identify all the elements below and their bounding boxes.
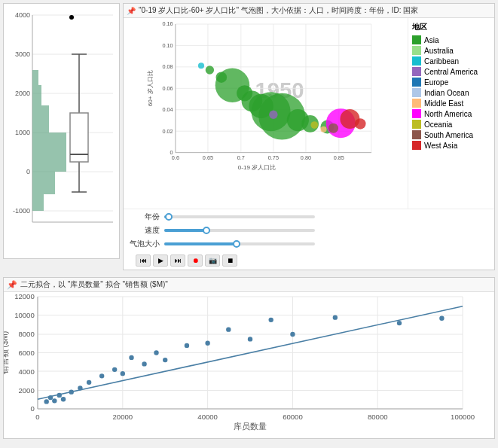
legend-color-swatch xyxy=(412,141,421,150)
svg-point-131 xyxy=(439,316,444,321)
box-plot-panel: 4000 3000 2000 1000 0 -1000 xyxy=(3,3,120,259)
svg-text:0.65: 0.65 xyxy=(203,154,213,161)
legend-item-label: Caribbean xyxy=(424,57,459,66)
svg-text:0.7: 0.7 xyxy=(237,154,245,161)
legend-item-label: Australia xyxy=(424,47,454,55)
svg-text:0.75: 0.75 xyxy=(268,154,279,161)
legend-color-swatch xyxy=(412,56,421,66)
main-container: 4000 3000 2000 1000 0 -1000 xyxy=(0,0,498,448)
svg-text:20000: 20000 xyxy=(113,413,133,421)
legend-item: Asia xyxy=(412,35,490,44)
stop-button[interactable]: ⏹ xyxy=(222,254,237,267)
svg-rect-16 xyxy=(32,85,41,105)
svg-point-74 xyxy=(310,121,318,129)
size-label: 气泡大小 xyxy=(130,239,160,249)
legend-item-label: Europe xyxy=(424,78,448,87)
svg-text:12000: 12000 xyxy=(14,292,35,300)
legend-color-swatch xyxy=(412,46,421,55)
legend-color-swatch xyxy=(412,130,421,139)
svg-point-130 xyxy=(397,321,402,325)
svg-point-108 xyxy=(44,399,49,404)
svg-text:0: 0 xyxy=(26,168,30,175)
legend-item: Central America xyxy=(412,67,490,76)
svg-point-114 xyxy=(78,386,82,390)
size-control-row: 气泡大小 xyxy=(130,238,488,250)
svg-point-128 xyxy=(290,332,295,337)
svg-point-123 xyxy=(185,343,189,348)
play-button[interactable]: ▶ xyxy=(153,254,168,267)
speed-label: 速度 xyxy=(130,225,160,236)
svg-text:6000: 6000 xyxy=(18,349,34,357)
svg-text:0.10: 0.10 xyxy=(162,42,173,49)
legend-color-swatch xyxy=(412,78,421,87)
legend-item-label: Middle East xyxy=(424,99,463,108)
svg-text:0.16: 0.16 xyxy=(162,20,173,27)
svg-text:0.04: 0.04 xyxy=(162,106,173,113)
legend-color-swatch xyxy=(412,99,421,108)
svg-point-73 xyxy=(269,111,277,119)
svg-text:60+ 岁人口比: 60+ 岁人口比 xyxy=(147,70,154,106)
forward-button[interactable]: ⏭ xyxy=(170,254,185,267)
legend-area: 地区 AsiaAustraliaCaribbeanCentral America… xyxy=(408,18,494,209)
svg-text:80000: 80000 xyxy=(368,413,388,421)
svg-point-122 xyxy=(163,358,167,362)
svg-point-125 xyxy=(226,327,231,331)
year-slider-thumb[interactable] xyxy=(165,213,173,221)
year-label: 年份 xyxy=(130,212,160,222)
size-slider-track[interactable] xyxy=(164,242,315,245)
svg-point-20 xyxy=(69,15,74,20)
legend-item: West Asia xyxy=(412,141,490,150)
year-slider-track[interactable] xyxy=(164,215,315,218)
bottom-pin-icon: 📌 xyxy=(7,280,17,290)
rewind-button[interactable]: ⏮ xyxy=(136,254,151,267)
bottom-title-bar: 📌 二元拟合，以 "库员数量" 拟合 "销售额 ($M)" xyxy=(4,278,494,292)
svg-text:40000: 40000 xyxy=(197,413,218,421)
svg-rect-17 xyxy=(32,70,38,85)
size-slider-thumb[interactable] xyxy=(233,240,240,248)
svg-text:4000: 4000 xyxy=(18,367,34,376)
svg-text:0: 0 xyxy=(35,413,39,421)
svg-text:0.6: 0.6 xyxy=(172,154,179,161)
legend-item: Oceania xyxy=(412,120,490,129)
bubble-chart-panel: 📌 "0-19 岁人口比-60+ 岁人口比" 气泡图，大小依据：人口，时间跨度：… xyxy=(123,3,495,270)
svg-text:4000: 4000 xyxy=(15,11,30,19)
legend-item-label: Oceania xyxy=(424,120,452,129)
speed-slider-track[interactable] xyxy=(164,229,315,232)
record-button[interactable]: ⏺ xyxy=(188,254,203,267)
svg-point-110 xyxy=(52,398,57,403)
svg-rect-19 xyxy=(32,194,44,211)
svg-rect-14 xyxy=(32,133,66,172)
svg-point-116 xyxy=(99,373,104,378)
legend-item: North America xyxy=(412,109,490,118)
legend-item-label: South America xyxy=(424,131,473,139)
svg-rect-18 xyxy=(32,172,55,194)
svg-text:0.80: 0.80 xyxy=(301,154,311,161)
legend-item: Australia xyxy=(412,46,490,55)
svg-point-113 xyxy=(69,389,74,394)
svg-point-129 xyxy=(333,315,338,319)
svg-point-124 xyxy=(205,341,209,346)
svg-text:0.08: 0.08 xyxy=(162,63,173,70)
svg-point-76 xyxy=(320,126,326,133)
svg-text:0.06: 0.06 xyxy=(162,85,173,92)
legend-item-label: Indian Ocean xyxy=(424,89,469,97)
speed-slider-thumb[interactable] xyxy=(203,227,210,234)
camera-button[interactable]: 📷 xyxy=(205,254,220,267)
legend-item-label: West Asia xyxy=(424,142,457,150)
legend-item-label: Asia xyxy=(424,36,438,44)
svg-rect-15 xyxy=(32,105,49,133)
bottom-panel: 📌 二元拟合，以 "库员数量" 拟合 "销售额 ($M)" xyxy=(3,277,495,439)
svg-text:0-19 岁人口比: 0-19 岁人口比 xyxy=(238,164,276,171)
svg-point-72 xyxy=(198,62,204,69)
svg-text:10000: 10000 xyxy=(14,311,35,319)
svg-text:1000: 1000 xyxy=(15,129,30,136)
bubble-content: 1950 xyxy=(124,18,494,209)
legend-color-swatch xyxy=(412,35,421,44)
svg-text:8000: 8000 xyxy=(18,330,34,338)
legend-item-label: Central America xyxy=(424,68,478,76)
top-row: 4000 3000 2000 1000 0 -1000 xyxy=(3,3,495,274)
legend-item: South America xyxy=(412,130,490,139)
svg-point-117 xyxy=(112,367,117,372)
svg-text:库员数量: 库员数量 xyxy=(234,422,267,431)
legend-item: Indian Ocean xyxy=(412,88,490,97)
